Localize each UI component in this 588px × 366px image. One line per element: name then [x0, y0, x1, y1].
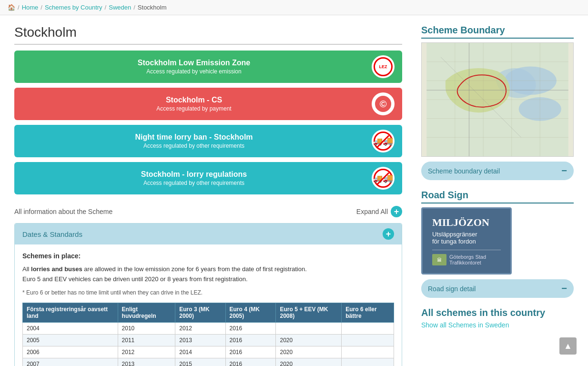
card-lez-title: Stockholm Low Emission Zone	[22, 59, 366, 67]
road-sign-line3: för tunga fordon	[432, 238, 501, 245]
info-label: All information about the Scheme	[14, 208, 112, 215]
schemes-in-place-label: Schemes in place:	[22, 252, 394, 260]
card-lorry-reg-icon: 🚚	[372, 167, 395, 190]
road-sign-logo-sub: Trafikkontoret	[449, 260, 486, 265]
scheme-cards: Stockholm Low Emission Zone Access regul…	[14, 51, 402, 194]
show-all-schemes-link[interactable]: Show all Schemes in Sweden	[421, 321, 509, 329]
accordion-toggle-icon: +	[383, 228, 394, 240]
table-cell: 2010	[118, 322, 175, 334]
expand-all-plus-icon: +	[391, 206, 402, 217]
table-cell: 2020	[276, 334, 342, 346]
table-header-2: Euro 3 (MK 2000)	[175, 303, 225, 322]
expand-all-button[interactable]: Expand All +	[356, 206, 402, 217]
road-sign-logo: 🏛 Göteborgs Stad Trafikkontoret	[432, 250, 501, 265]
table-cell: 2013	[175, 334, 225, 346]
card-cs-subtitle: Access regulated by payment	[22, 105, 366, 112]
table-cell	[342, 322, 394, 334]
table-cell: 2020	[276, 346, 342, 358]
table-header-1: Enligt huvudregeln	[118, 303, 175, 322]
table-row: 20062012201420162020	[23, 346, 394, 358]
card-cs-icon: ©	[372, 92, 395, 115]
card-lez-icon: LEZ	[372, 55, 395, 78]
table-cell: 2013	[118, 358, 175, 366]
table-cell: 2020	[276, 358, 342, 366]
road-sign-image: MILJÖZON Utsläppsgränser för tunga fordo…	[421, 207, 512, 274]
page-title: Stockholm	[14, 25, 402, 45]
breadcrumb-sweden[interactable]: Sweden	[109, 4, 131, 11]
card-lorry-ban-subtitle: Access regulated by other requirements	[22, 142, 366, 149]
breadcrumb-current: Stockholm	[138, 4, 167, 11]
table-cell: 2005	[23, 334, 118, 346]
scroll-to-top-button[interactable]: ▲	[559, 337, 577, 355]
card-lorry-reg-title: Stockholm - lorry regulations	[22, 170, 366, 179]
card-cs-title: Stockholm - CS	[22, 96, 366, 104]
table-cell: 2015	[175, 358, 225, 366]
table-cell: 2004	[23, 322, 118, 334]
table-cell: 2012	[175, 322, 225, 334]
road-sign-detail-button[interactable]: Road sign detail −	[421, 279, 574, 298]
scheme-card-lorry-ban[interactable]: Night time lorry ban - Stockholm Access …	[14, 125, 402, 157]
scheme-boundary-detail-button[interactable]: Scheme boundary detail −	[421, 162, 574, 180]
table-cell	[342, 334, 394, 346]
table-cell: 2012	[118, 346, 175, 358]
scheme-card-lorry-reg[interactable]: Stockholm - lorry regulations Access reg…	[14, 162, 402, 194]
table-header-4: Euro 5 + EEV (MK 2008)	[276, 303, 342, 322]
breadcrumb-home[interactable]: Home	[22, 4, 39, 11]
left-panel: Stockholm Stockholm Low Emission Zone Ac…	[14, 25, 402, 366]
road-sign-detail-label: Road sign detail	[428, 285, 476, 293]
scheme-card-lez[interactable]: Stockholm Low Emission Zone Access regul…	[14, 51, 402, 83]
table-cell: 2011	[118, 334, 175, 346]
breadcrumb-schemes-by-country[interactable]: Schemes by Country	[45, 4, 102, 11]
road-sign-title: Road Sign	[421, 190, 574, 203]
table-header-0: Första registreringsår oavsett land	[23, 303, 118, 322]
info-header: All information about the Scheme Expand …	[14, 206, 402, 217]
card-lorry-ban-icon: 🚚	[372, 130, 395, 152]
scheme-boundary-detail-label: Scheme boundary detail	[428, 167, 500, 175]
road-sign-logo-name: Göteborgs Stad	[449, 254, 486, 260]
scheme-boundary-minus-icon: −	[561, 165, 567, 176]
table-row: 20072013201520162020	[23, 358, 394, 366]
home-icon: 🏠	[8, 4, 15, 11]
table-cell: 2006	[23, 346, 118, 358]
accordion-header[interactable]: Dates & Standards +	[15, 224, 402, 244]
breadcrumb: 🏠 / Home / Schemes by Country / Sweden /…	[0, 0, 588, 15]
table-cell	[276, 322, 342, 334]
card-lorry-ban-title: Night time lorry ban - Stockholm	[22, 133, 366, 142]
all-schemes-title: All schemes in this country	[421, 307, 574, 318]
table-header-5: Euro 6 eller bättre	[342, 303, 394, 322]
road-sign-line1: MILJÖZON	[432, 216, 501, 229]
table-cell: 2016	[225, 358, 276, 366]
scheme-boundary-map	[421, 42, 574, 157]
right-panel: Scheme Boundary	[421, 25, 574, 366]
card-lorry-reg-subtitle: Access regulated by other requirements	[22, 180, 366, 186]
table-cell	[342, 358, 394, 366]
scheme-boundary-title: Scheme Boundary	[421, 25, 574, 39]
table-cell: 2016	[225, 322, 276, 334]
road-sign-line2: Utsläppsgränser	[432, 231, 501, 238]
accordion-title: Dates & Standards	[22, 230, 82, 238]
standards-table: Första registreringsår oavsett land Enli…	[22, 303, 394, 366]
table-row: 20052011201320162020	[23, 334, 394, 346]
table-cell: 2016	[225, 346, 276, 358]
table-cell: 2007	[23, 358, 118, 366]
road-sign-logo-icon: 🏛	[432, 254, 446, 265]
table-cell	[342, 346, 394, 358]
accordion-dates-standards: Dates & Standards + Schemes in place: Al…	[14, 223, 402, 366]
expand-all-label: Expand All	[356, 208, 388, 215]
table-cell: 2016	[225, 334, 276, 346]
table-cell: 2014	[175, 346, 225, 358]
table-row: 2004201020122016	[23, 322, 394, 334]
schemes-description-1: All lorries and buses are allowed in the…	[22, 264, 394, 285]
schemes-footnote: * Euro 6 or better has no time limit unt…	[22, 289, 394, 296]
scheme-card-cs[interactable]: Stockholm - CS Access regulated by payme…	[14, 88, 402, 120]
accordion-body: Schemes in place: All lorries and buses …	[15, 244, 402, 366]
card-lez-subtitle: Access regulated by vehicle emission	[22, 68, 366, 75]
table-header-3: Euro 4 (MK 2005)	[225, 303, 276, 322]
road-sign-minus-icon: −	[561, 283, 567, 294]
